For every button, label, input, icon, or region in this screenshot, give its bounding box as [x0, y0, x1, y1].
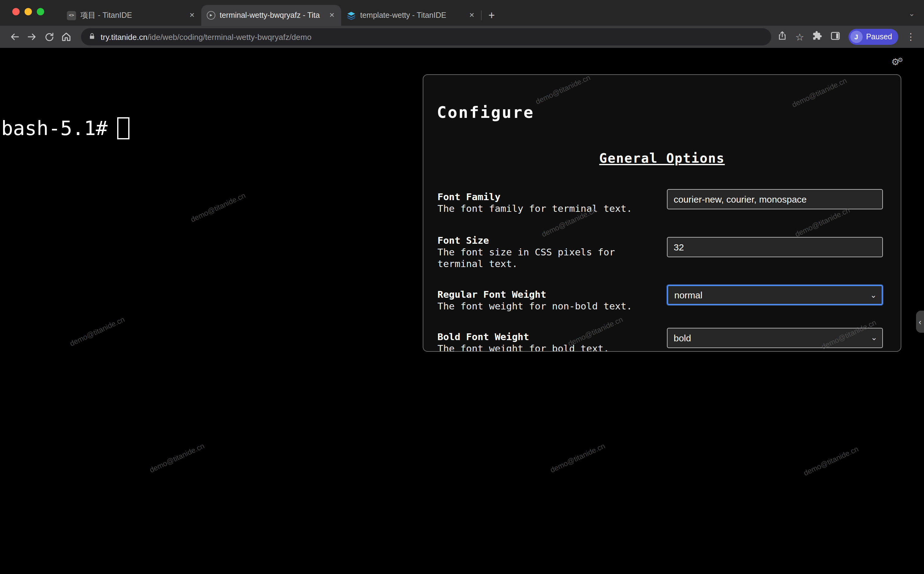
- url-domain: try.titanide.cn: [101, 32, 148, 41]
- back-button[interactable]: [6, 28, 23, 46]
- gear-icon: ⚙: [897, 57, 903, 63]
- home-button[interactable]: [58, 28, 75, 46]
- tab-template-wetty[interactable]: template-wetty - TitanIDE ×: [341, 5, 481, 26]
- field-label-bold-font-weight: Bold Font Weight: [437, 331, 529, 342]
- profile-status-label: Paused: [866, 33, 892, 41]
- side-panel-icon[interactable]: [830, 30, 840, 43]
- field-desc-regular-font-weight: The font weight for non-bold text.: [437, 301, 649, 312]
- tab-title: 项目 - TitanIDE: [80, 10, 183, 20]
- configure-panel: Configure General Options Font Family Th…: [423, 74, 901, 352]
- chevron-down-icon: ⌄: [871, 333, 877, 342]
- zoom-window-button[interactable]: [37, 8, 44, 15]
- url-path: /ide/web/coding/terminal-wetty-bwqryafz/…: [148, 32, 312, 41]
- close-tab-icon[interactable]: ×: [467, 10, 477, 20]
- extensions-puzzle-icon[interactable]: [812, 31, 822, 43]
- bold-font-weight-select[interactable]: bold ⌄: [667, 328, 883, 348]
- profile-chip[interactable]: J Paused: [848, 29, 898, 45]
- terminal-prompt-line: bash-5.1#: [1, 117, 130, 140]
- section-heading: General Options: [423, 151, 901, 166]
- regular-font-weight-value: normal: [674, 290, 702, 300]
- minimize-window-button[interactable]: [25, 8, 32, 15]
- font-size-input[interactable]: [667, 237, 883, 257]
- field-desc-font-size: The font size in CSS pixels for terminal…: [437, 247, 649, 270]
- field-label-regular-font-weight: Regular Font Weight: [437, 289, 546, 300]
- bookmark-star-icon[interactable]: ☆: [795, 31, 805, 43]
- tab-search-chevron-icon[interactable]: ⌄: [909, 9, 915, 18]
- url-text: try.titanide.cn/ide/web/coding/terminal-…: [101, 32, 311, 41]
- new-tab-button[interactable]: +: [489, 10, 495, 21]
- forward-button[interactable]: [23, 28, 41, 46]
- terminal-settings-button[interactable]: ⚙⚙: [891, 57, 903, 68]
- tab-terminal-wetty[interactable]: ▸ terminal-wetty-bwqryafz - Tita ×: [201, 5, 341, 26]
- field-desc-bold-font-weight: The font weight for bold text.: [437, 343, 649, 352]
- code-icon: <>: [67, 11, 76, 20]
- close-window-button[interactable]: [12, 8, 20, 15]
- terminal-prompt: bash-5.1#: [1, 117, 108, 140]
- bold-font-weight-value: bold: [674, 333, 691, 343]
- tab-list: <> 项目 - TitanIDE × ▸ terminal-wetty-bwqr…: [61, 0, 481, 26]
- toolbar-right-icons: ☆ J Paused ⋮: [778, 29, 916, 45]
- close-tab-icon[interactable]: ×: [187, 10, 197, 20]
- avatar: J: [850, 31, 862, 43]
- field-label-font-size: Font Size: [437, 235, 489, 246]
- share-icon[interactable]: [778, 31, 787, 43]
- layers-icon: [347, 11, 356, 20]
- font-family-input[interactable]: [667, 189, 883, 209]
- browser-window: <> 项目 - TitanIDE × ▸ terminal-wetty-bwqr…: [0, 0, 924, 574]
- reload-button[interactable]: [41, 28, 58, 46]
- lock-icon[interactable]: [88, 32, 96, 41]
- chevron-left-icon: ‹: [919, 317, 922, 326]
- tab-title: terminal-wetty-bwqryafz - Tita: [220, 11, 323, 20]
- tab-strip: <> 项目 - TitanIDE × ▸ terminal-wetty-bwqr…: [0, 0, 924, 26]
- field-desc-font-family: The font family for terminal text.: [437, 203, 649, 215]
- panel-title: Configure: [437, 103, 534, 121]
- address-bar[interactable]: try.titanide.cn/ide/web/coding/terminal-…: [81, 28, 772, 46]
- browser-toolbar: try.titanide.cn/ide/web/coding/terminal-…: [0, 26, 924, 48]
- window-controls: [12, 8, 44, 15]
- terminal-favicon-icon: ▸: [207, 11, 215, 20]
- regular-font-weight-select[interactable]: normal ⌄: [667, 285, 883, 305]
- tab-project[interactable]: <> 项目 - TitanIDE ×: [61, 5, 201, 26]
- field-label-font-family: Font Family: [437, 192, 500, 203]
- browser-menu-icon[interactable]: ⋮: [906, 31, 915, 43]
- tab-title: template-wetty - TitanIDE: [360, 11, 463, 20]
- panel-collapse-handle[interactable]: ‹: [916, 311, 924, 333]
- terminal-cursor: [118, 117, 130, 139]
- close-tab-icon[interactable]: ×: [327, 10, 337, 20]
- chevron-down-icon: ⌄: [870, 290, 877, 300]
